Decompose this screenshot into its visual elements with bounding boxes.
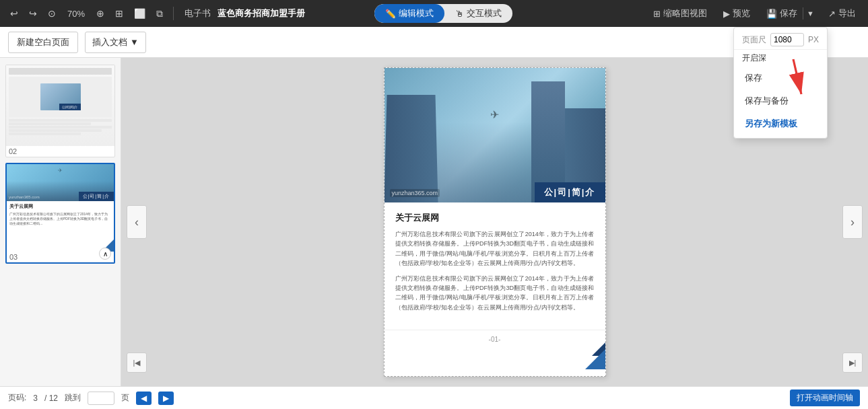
open-animation-btn[interactable]: 打开动画时间轴 [790, 389, 860, 406]
thumb-img-03: ✈ yunzhan365.com 公|司|简|介 关于云展网 广州万彩信息技术有… [7, 164, 114, 252]
interact-icon: 🖱 [455, 9, 464, 19]
right-chevron-icon: › [850, 215, 855, 229]
prev-page-arrow[interactable]: ‹ [127, 205, 147, 239]
building-left [385, 95, 438, 202]
page-size-row: 页面尺 PX [734, 30, 827, 50]
thumb-mini-section-title: 关于云展网 [7, 201, 114, 211]
new-blank-page-btn[interactable]: 新建空白页面 [8, 32, 78, 53]
status-right: 打开动画时间轴 [790, 389, 860, 406]
thumb-img-02: 公|司|简|介 [6, 65, 114, 146]
plane-icon: ✈ [490, 108, 499, 121]
save-dropdown-menu: 页面尺 PX 开启深 保存 保存与备份 另存为新模板 [733, 27, 828, 139]
save-group: 💾 保存 ▼ [761, 5, 817, 22]
thumbnail-item-02[interactable]: 公|司|简|介 02 [5, 65, 115, 157]
page-total-display: / 12 [44, 394, 58, 403]
next-page-btn[interactable]: ▶ [158, 392, 174, 405]
paragraph-1: 广州万彩信息技术有限公司旗下的云展网创立了2014年，致力于为上传者提供文档转换… [395, 229, 595, 268]
view-mode-btn[interactable]: ⊞ [112, 6, 127, 21]
page-jump-input[interactable] [88, 392, 114, 405]
section-title: 关于云展网 [395, 212, 595, 224]
screen-mode-btn[interactable]: ⬜ [131, 6, 149, 21]
collapse-btn-03[interactable]: ∧ [99, 248, 111, 260]
main-toolbar: ↩ ↪ ⊙ 70% ⊕ ⊞ ⬜ ⧉ 电子书 蓝色商务招商加盟手册 ✏️ 编辑模式… [0, 0, 868, 27]
dropdown-chevron-icon: ▼ [130, 37, 139, 47]
toggle-row: 开启深 [734, 50, 827, 67]
prev-page-btn[interactable]: ◀ [136, 392, 152, 405]
first-page-icon: |◀ [133, 359, 141, 367]
save-icon: 💾 [766, 9, 777, 19]
save-backup-item[interactable]: 保存与备份 [734, 89, 827, 112]
target-icon-btn[interactable]: ⊙ [44, 6, 59, 21]
save-template-item[interactable]: 另存为新模板 [734, 112, 827, 135]
page-label: 页码: [8, 392, 26, 404]
watermark: yunzhan365.com [390, 189, 440, 197]
paragraph-2: 广州万彩信息技术有限公司旗下的云展网创立了2014年，致力于为上传者提供文档转换… [395, 274, 595, 313]
insert-doc-btn[interactable]: 插入文档 ▼ [85, 32, 146, 53]
page-footer: -01- [385, 330, 605, 347]
redo-button[interactable]: ↪ [26, 6, 40, 21]
page-width-input[interactable] [770, 33, 804, 46]
toolbar-right: ⊞ 缩略图视图 ▶ 预览 💾 保存 ▼ ↗ 导出 [648, 5, 861, 22]
thumb-mini-banner: 公|司|简|介 [79, 192, 114, 201]
first-page-arrow[interactable]: |◀ [127, 352, 147, 373]
status-bar: 页码: 3 / 12 跳到 页 ◀ ▶ 打开动画时间轴 [0, 386, 868, 409]
toggle-label: 开启深 [742, 52, 766, 64]
page-document: ✈ yunzhan365.com 公|司|简|介 关于云展网 广州万彩信息技术有… [384, 67, 606, 377]
current-page-display: 3 [33, 394, 38, 403]
last-page-icon: ▶| [849, 359, 857, 367]
divider1 [173, 7, 174, 20]
thumb-mini-image: ✈ yunzhan365.com 公|司|简|介 [7, 164, 114, 201]
mode-group: ✏️ 编辑模式 🖱 交互模式 [374, 4, 512, 23]
page-unit: 页 [121, 392, 129, 404]
page-cover-image: ✈ yunzhan365.com 公|司|简|介 [385, 68, 605, 202]
export-btn[interactable]: ↗ 导出 [823, 5, 861, 22]
doc-title: 蓝色商务招商加盟手册 [218, 7, 305, 20]
page-size-unit: PX [808, 35, 819, 44]
left-thumbnail-panel: 公|司|简|介 02 ✈ [0, 58, 121, 386]
next-page-arrow[interactable]: › [842, 205, 863, 239]
preview-icon: ▶ [723, 9, 730, 19]
undo-button[interactable]: ↩ [7, 6, 22, 21]
jump-label: 跳到 [65, 392, 81, 404]
save-dropdown-btn[interactable]: ▼ [803, 7, 817, 20]
shrink-view-btn[interactable]: ⊞ 缩略图视图 [648, 5, 712, 22]
deco-triangle-2 [585, 349, 605, 369]
save-main-btn[interactable]: 💾 保存 [761, 5, 803, 22]
page-size-label: 页面尺 [742, 34, 766, 46]
page-content-area: 关于云展网 广州万彩信息技术有限公司旗下的云展网创立了2014年，致力于为上传者… [385, 202, 605, 327]
thumb-label-02: 02 [6, 146, 114, 157]
zoom-display: 70% [63, 7, 89, 20]
grid-icon: ⊞ [653, 9, 661, 19]
zoom-in-btn[interactable]: ⊕ [93, 6, 108, 21]
tab-label: 电子书 [185, 7, 211, 20]
edit-icon: ✏️ [385, 9, 396, 19]
edit-mode-btn[interactable]: ✏️ 编辑模式 [374, 4, 444, 23]
thumbnail-item-03[interactable]: ✈ yunzhan365.com 公|司|简|介 关于云展网 广州万彩信息技术有… [5, 163, 115, 264]
preview-btn[interactable]: ▶ 预览 [718, 5, 756, 22]
export-icon: ↗ [828, 9, 836, 19]
company-banner: 公|司|简|介 [535, 182, 605, 202]
thumb-mini-text: 广州万彩信息技术有限公司旗下的云展网创立了2014年，致力于为上传者提供文档转换… [7, 211, 114, 227]
interact-mode-btn[interactable]: 🖱 交互模式 [444, 4, 512, 23]
left-chevron-icon: ‹ [135, 215, 139, 229]
copy-btn[interactable]: ⧉ [153, 6, 166, 22]
last-page-arrow[interactable]: ▶| [842, 352, 863, 373]
thumb-label-03: 03 [7, 252, 114, 262]
save-item[interactable]: 保存 [734, 67, 827, 89]
